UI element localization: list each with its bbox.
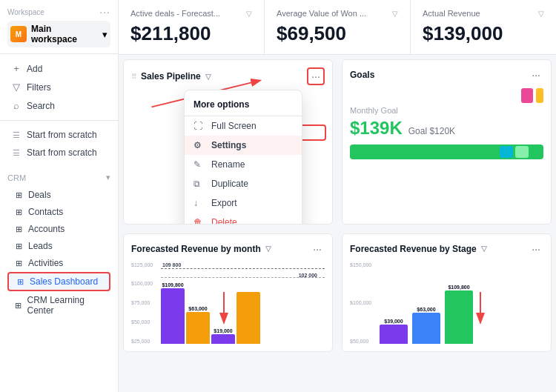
duplicate-icon: ⧉ [193,179,205,189]
menu-item-export[interactable]: ↓ Export [185,193,302,213]
goals-decoration [350,88,543,103]
deco-yellow [536,88,543,103]
goal-value-label-2: 102 000 [299,273,317,278]
filter-icon-2[interactable]: ▽ [392,10,398,18]
context-menu: More options ⛶ Full Screen ⚙ Settings ✎ … [184,90,302,225]
stage-bar-3 [445,290,473,344]
goals-more-button[interactable]: ··· [529,67,543,82]
widget-forecast-month: Forecasted Revenue by month ▽ ··· $125,0… [123,233,333,352]
chevron-down-icon: ▾ [102,29,107,40]
menu-item-settings[interactable]: ⚙ Settings [185,136,302,155]
dashboard-grid: ⠿ Sales Pipeline ▽ ··· [119,55,556,392]
settings-icon: ⚙ [193,140,205,150]
goal-bar-decoration [500,146,529,158]
sidebar-item-sales-dashboard[interactable]: ⊞ Sales Dashboard [7,272,110,291]
stage-bar-group-1: $39,000 [380,319,408,344]
stage-bar-1 [380,325,408,344]
add-icon: + [10,63,22,74]
workspace-selector[interactable]: M Main workspace ▾ [7,21,110,47]
sidebar-item-crm-learning[interactable]: ⊞ CRM Learning Center [7,292,110,319]
sidebar-item-contacts[interactable]: ⊞ Contacts [7,204,110,220]
stage-bar-group-3: $109,800 [445,285,473,344]
search-icon: ⌕ [10,100,22,111]
goal-line-1 [161,268,325,269]
add-button[interactable]: + Add [7,60,110,77]
y-axis-labels: $125,000 $100,000 $75,000 $50,000 $25,00… [131,262,153,344]
forecast-stage-chart: $150,000 $100,000 $50,000 $39,000 $63,00… [350,262,543,344]
start-from-scratch-2[interactable]: ☰ Start from scratch [7,144,110,161]
bar-4 [236,292,260,344]
settings-label: Settings [211,140,246,150]
rename-label: Rename [211,159,245,170]
metric-title-1: Active deals - Forecast... ▽ [130,9,252,18]
pipeline-title-text: Sales Pipeline [141,71,201,82]
filter-icon-1[interactable]: ▽ [246,10,252,18]
stage-bar-value-2: $63,000 [417,307,435,312]
sidebar-header: Workspace ··· M Main workspace ▾ [0,0,118,54]
workspace-label: Workspace ··· [7,6,110,18]
search-label: Search [27,101,55,111]
page-icon: ☰ [10,130,22,140]
pipeline-header: ⠿ Sales Pipeline ▽ ··· [131,67,325,85]
pipeline-more-button[interactable]: ··· [307,67,325,85]
goal-value-label-1: 109 800 [162,262,181,268]
filters-button[interactable]: ▽ Filters [7,79,110,96]
search-button[interactable]: ⌕ Search [7,97,110,114]
start-from-scratch-1[interactable]: ☰ Start from scratch [7,127,110,143]
bar-3 [211,334,235,344]
metric-title-text-2: Average Value of Won ... [277,9,366,18]
stage-bar-group-2: $63,000 [412,307,440,344]
y-label-2: $50,000 [131,319,153,325]
sidebar-item-accounts[interactable]: ⊞ Accounts [7,221,110,237]
metric-active-deals: Active deals - Forecast... ▽ $211,800 [119,0,265,54]
forecast-stage-filter[interactable]: ▽ [481,245,487,253]
metric-average-value: Average Value of Won ... ▽ $69,500 [265,0,411,54]
menu-item-fullscreen[interactable]: ⛶ Full Screen [185,116,302,136]
contacts-icon: ⊞ [13,207,24,217]
crm-section-header: CRM ▾ [0,170,118,185]
forecast-stage-more-button[interactable]: ··· [529,242,543,256]
bar-1 [161,288,185,344]
goals-header: Goals ··· [350,67,543,82]
contacts-label: Contacts [28,207,63,217]
sidebar-item-activities[interactable]: ⊞ Activities [7,255,110,271]
filters-label: Filters [27,82,51,93]
pipeline-filter-icon[interactable]: ▽ [205,73,211,81]
monthly-goal-label: Monthly Goal [350,106,543,115]
fullscreen-icon: ⛶ [193,121,205,131]
accounts-label: Accounts [28,224,64,234]
bar-2 [186,312,210,344]
sidebar-nav: ☰ Start from scratch ☰ Start from scratc… [0,121,118,167]
sidebar-item-deals[interactable]: ⊞ Deals [7,187,110,203]
menu-item-rename[interactable]: ✎ Rename [185,155,302,174]
crm-expand-icon: ▾ [106,173,110,182]
stage-bar-value-3: $109,800 [448,285,469,290]
stage-bar-2 [412,313,440,344]
forecast-month-chart: $125,000 $100,000 $75,000 $50,000 $25,00… [131,262,325,344]
stage-y-label-2: $100,000 [350,300,371,305]
sidebar-item-leads[interactable]: ⊞ Leads [7,238,110,254]
menu-item-delete[interactable]: 🗑 Delete [185,213,302,225]
nav-label-1: Start from scratch [27,130,97,140]
crm-items: ⊞ Deals ⊞ Contacts ⊞ Accounts ⊞ Leads ⊞ … [0,185,118,320]
duplicate-label: Duplicate [211,179,248,189]
chip-green [515,146,529,158]
menu-item-duplicate[interactable]: ⧉ Duplicate [185,174,302,193]
bar-group-2: $63,000 [186,306,210,344]
metric-title-2: Average Value of Won ... ▽ [277,9,398,18]
filter-icon: ▽ [10,82,22,93]
delete-icon: 🗑 [193,217,205,225]
pipeline-title: ⠿ Sales Pipeline ▽ [131,71,211,82]
bar-value-2: $63,000 [188,306,207,311]
workspace-dots-icon[interactable]: ··· [99,6,110,18]
goals-title: Goals [350,70,374,80]
y-label-5: $125,000 [131,262,153,268]
widget-forecast-stage: Forecasted Revenue by Stage ▽ ··· $150,0… [342,233,552,352]
forecast-month-filter[interactable]: ▽ [265,245,271,253]
add-label: Add [27,64,42,74]
forecast-month-more-button[interactable]: ··· [310,242,325,256]
accounts-icon: ⊞ [13,225,24,234]
filter-icon-3[interactable]: ▽ [538,10,544,18]
goal-value: $139K [350,118,403,139]
leads-label: Leads [28,241,53,251]
